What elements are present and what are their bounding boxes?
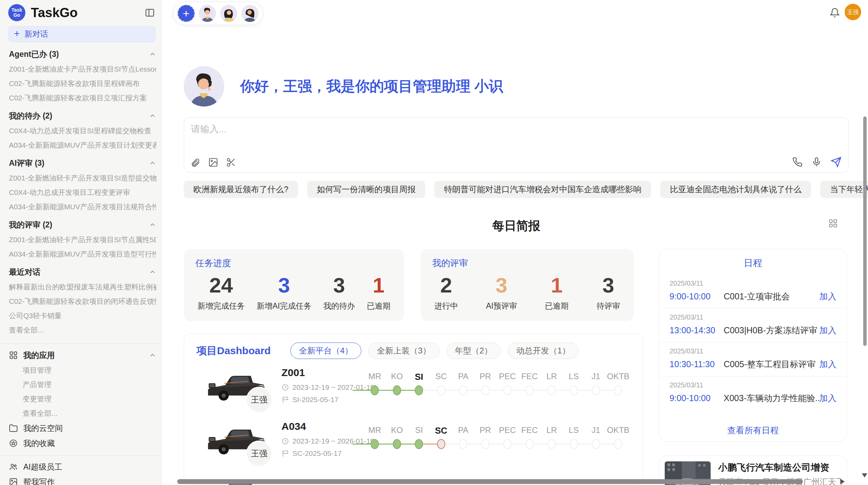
section-header[interactable]: Agent已办 (3) [9,46,156,62]
sidebar-item-favorites[interactable]: 我的收藏 [9,436,156,451]
sidebar-item-write-helper[interactable]: 帮我写作 [9,474,156,485]
sidebar-item-ai-staff[interactable]: AI超级员工 [9,459,156,474]
milestone-dot [526,439,534,449]
new-chat-label: 新对话 [24,29,48,39]
join-button[interactable]: 加入 [819,325,836,336]
sidebar-conversation-item[interactable]: Z001-全新燃油轻卡产品开发项目SI节点属性5D文件评审 [9,233,156,247]
suggestion-chip[interactable]: 欧洲新规最近颁布了什么? [184,181,298,198]
sidebar-conversation-item[interactable]: C0X4-动力总成开发项目工程变更评审 [9,185,156,200]
section-header[interactable]: 我的待办 (2) [9,108,156,124]
attachment-icon[interactable] [190,157,201,167]
avatar[interactable] [220,5,237,22]
milestone-label: J1 [585,425,607,438]
sidebar-conversation-item[interactable]: A034-全新新能源MUV产品开发项目造型可行性评审 [9,247,156,261]
phone-call-icon[interactable] [792,157,803,167]
milestone-label: PR [474,425,497,438]
stat-item: 24 新增完成任务 [197,273,245,311]
assistant-switcher: + [173,2,263,25]
stat-value: 3 [257,273,312,298]
sidebar-conversation-item[interactable]: A034-全新新能源MUV产品开发项目法规符合性评审 [9,200,156,214]
milestone-track: MR KO [364,372,629,396]
milestone-dot [459,439,467,449]
chat-input[interactable] [190,122,809,151]
notification-bell-icon[interactable] [830,8,840,18]
task-stats: 24 新增完成任务 3 新增AI完成任务 3 我的待办 1 已逾期 [195,273,393,311]
scroll-down-arrow[interactable] [862,473,867,477]
section-header[interactable]: 最近对话 [9,264,156,280]
sidebar-conversation-item[interactable]: 查看全部... [9,323,156,337]
app-item[interactable]: 产品管理 [9,377,156,392]
sidebar-conversation-item[interactable]: C0X4-动力总成开发项目SI里程碑提交物检查 [9,124,156,138]
chat-composer [184,117,849,173]
vertical-scrollbar[interactable] [863,116,867,346]
assistant-avatar [184,66,224,107]
user-name: 王强 [847,8,859,16]
microphone-icon[interactable] [811,157,822,167]
screenshot-scissors-icon[interactable] [226,157,236,167]
suggestion-chip[interactable]: 当下年轻人对汽车外观有怎样的喜好趋势 [820,181,868,198]
milestone-dot [371,385,379,395]
milestone-label: PEC [496,425,519,438]
sidebar-conversation-item[interactable]: C02-飞腾新能源轻客改款项目立项汇报方案 [9,91,156,105]
milestone-dot [503,439,511,449]
image-upload-icon[interactable] [208,157,218,167]
sidebar-conversation-item[interactable]: A034-全新新能源MUV产品开发项目计划变更表编写 [9,138,156,152]
stat-item: 2 进行中 [434,273,458,311]
add-assistant-button[interactable]: + [178,5,195,22]
stat-value: 2 [434,273,458,298]
sidebar-conversation-item[interactable]: Z001-全新燃油皮卡产品开发项目SI节点Lesson Learn报告 [9,62,156,76]
milestone-dot [393,439,401,449]
sidebar-conversation-item[interactable]: Z001-全新燃油轻卡产品开发项目SI造型提交物评审 [9,171,156,185]
sidebar-conversation-item[interactable]: C02-飞腾新能源轻客改款项目里程碑画布 [9,76,156,91]
user-avatar[interactable]: 王强 [845,4,861,20]
milestone: LR [541,372,563,396]
join-button[interactable]: 加入 [819,291,836,302]
layout-grid-icon[interactable] [828,219,838,228]
sidebar-collapse-button[interactable] [143,6,156,19]
view-all-schedule-link[interactable]: 查看所有日程 [659,425,847,436]
event-date: 2025/03/11 [670,279,836,287]
flag-milestone: SI-2025-05-17 [292,396,338,404]
horizontal-scrollbar[interactable] [177,479,803,484]
join-button[interactable]: 加入 [819,359,836,370]
project-row[interactable]: 王强 A034 2023-12-19 ~ 2026-01-19 SC-2025- [184,419,643,473]
dashboard-tab[interactable]: 年型（2） [446,343,501,359]
dashboard-tab[interactable]: 动总开发（1） [508,343,579,359]
chevron-up-icon [149,351,156,359]
suggestion-chip[interactable]: 特朗普可能对进口汽车增税会对中国车企造成哪些影响 [434,181,651,198]
dashboard-tab[interactable]: 全新上装（3） [368,343,439,359]
sidebar-divider [0,456,161,456]
milestone-dot [592,439,600,449]
join-button[interactable]: 加入 [819,393,836,404]
project-row[interactable]: 王强 Z001 2023-12-19 ~ 2027-01-19 SI-2025- [184,365,643,419]
milestone: KO [386,425,408,449]
suggestion-chip[interactable]: 比亚迪全固态电池计划具体说了什么 [660,181,811,198]
sidebar-conversation-item[interactable]: 公司Q3轻卡销量 [9,309,156,323]
sidebar: Task Go TaskGo + 新对话 Agent已办 (3) [0,0,161,485]
section-header[interactable]: 我的评审 (2) [9,217,156,233]
my-apps-label: 我的应用 [23,350,143,361]
app-item[interactable]: 项目管理 [9,363,156,377]
event-title: C005-整车工程目标评审 [724,359,819,370]
new-chat-button[interactable]: + 新对话 [8,26,156,42]
stat-label: 已逾期 [367,301,390,311]
app-item[interactable]: 查看全部... [9,406,156,421]
sidebar-conversation-item[interactable]: C02-飞腾新能源轻客改款项目的闭环通告反馈情况 [9,294,156,309]
clock-icon [281,437,289,445]
send-icon[interactable] [831,157,842,167]
suggestion-chip[interactable]: 如何写一份清晰的项目周报 [307,181,425,198]
my-apps-header[interactable]: 我的应用 [9,347,156,363]
sidebar-item-cloud-space[interactable]: 我的云空间 [9,421,156,436]
greeting-block: 你好，王强，我是你的项目管理助理 小识 [184,66,503,107]
project-dashboard-card: 项目Dashboard 全新平台（4）全新上装（3）年型（2）动总开发（1） 王… [184,333,643,485]
section-header[interactable]: AI评审 (3) [9,155,156,171]
avatar[interactable] [241,5,258,22]
sidebar-conversation-item[interactable]: 解释最新出台的欧盟报废车法规再生塑料比例被调至15%... [9,280,156,294]
scroll-right-arrow[interactable] [841,479,845,484]
dashboard-tab[interactable]: 全新平台（4） [290,343,361,359]
milestone: SC [430,372,453,396]
avatar[interactable] [199,5,216,22]
milestone-label: FEC [519,425,541,438]
app-item[interactable]: 变更管理 [9,392,156,406]
milestone-label: SC [430,372,453,385]
